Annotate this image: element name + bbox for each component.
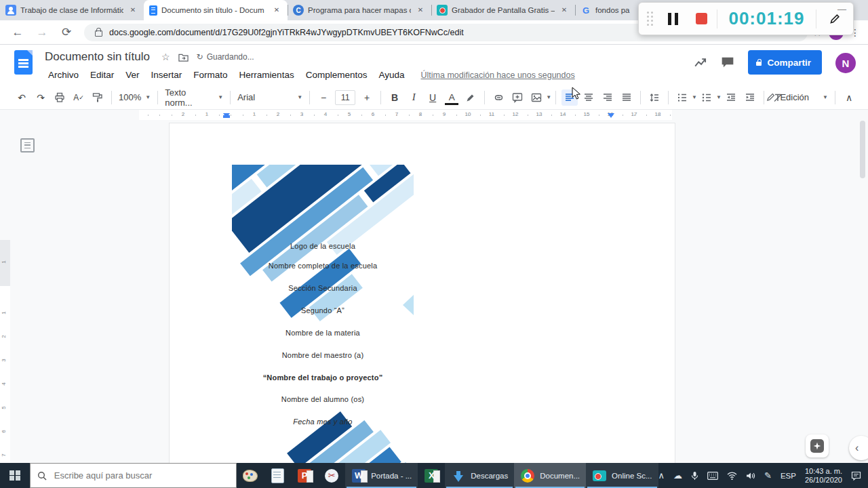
increase-indent-icon[interactable] bbox=[742, 89, 758, 106]
insert-image-icon[interactable] bbox=[528, 89, 545, 106]
hide-panel-button[interactable]: ‹ bbox=[849, 436, 868, 460]
taskbar-app-notepad[interactable] bbox=[264, 463, 291, 488]
paint-format-icon[interactable] bbox=[90, 89, 106, 106]
touch-keyboard-icon[interactable] bbox=[707, 472, 718, 480]
last-modified-link[interactable]: Última modificación hace unos segundos bbox=[420, 70, 574, 80]
align-right-icon[interactable] bbox=[599, 89, 616, 106]
search-input[interactable] bbox=[53, 470, 225, 481]
menu-insertar[interactable]: Insertar bbox=[146, 68, 187, 82]
document-page[interactable]: Logo de la escuelaNombre completo de la … bbox=[170, 123, 675, 463]
browser-tab[interactable]: CPrograma para hacer mapas c✕ bbox=[288, 0, 431, 20]
docs-avatar[interactable]: N bbox=[835, 53, 856, 73]
bold-icon[interactable]: B bbox=[387, 89, 403, 106]
reload-icon[interactable]: ⟳ bbox=[58, 24, 75, 41]
share-button[interactable]: Compartir bbox=[748, 50, 822, 75]
comments-icon[interactable] bbox=[721, 56, 734, 68]
taskbar-clock[interactable]: 10:43 a. m. 26/10/2020 bbox=[805, 467, 842, 485]
right-indent-marker[interactable] bbox=[608, 113, 614, 118]
url-text[interactable]: docs.google.com/document/d/17G29U0f2gjnY… bbox=[109, 28, 464, 37]
insert-link-icon[interactable] bbox=[490, 89, 507, 106]
browser-tab[interactable]: Documento sin título - Docum✕ bbox=[144, 0, 288, 20]
bullet-list-icon[interactable] bbox=[698, 89, 715, 106]
underline-icon[interactable]: U bbox=[425, 89, 441, 106]
taskbar-app-word[interactable]: WPortada - ... bbox=[345, 463, 418, 488]
font-size-field[interactable]: 11 bbox=[335, 90, 355, 105]
language-indicator[interactable]: ESP bbox=[781, 472, 796, 480]
redo-icon[interactable]: ↷ bbox=[33, 89, 49, 106]
line-spacing-icon[interactable] bbox=[646, 89, 663, 106]
taskbar-app-powerpoint[interactable]: P bbox=[291, 463, 318, 488]
decrease-indent-icon[interactable] bbox=[723, 89, 739, 106]
star-document-icon[interactable]: ☆ bbox=[161, 52, 170, 62]
paragraph-style-select[interactable]: Texto norm...▼ bbox=[162, 87, 226, 108]
decrease-font-icon[interactable]: − bbox=[315, 89, 332, 106]
browser-tab[interactable]: Trabajo de clase de Informátic✕ bbox=[0, 0, 144, 20]
google-docs-icon[interactable] bbox=[14, 50, 33, 75]
explore-button[interactable] bbox=[806, 434, 829, 458]
tray-chevron-icon[interactable]: ∧ bbox=[658, 470, 665, 481]
stop-button[interactable] bbox=[696, 13, 707, 24]
bullet-list-caret-icon[interactable]: ▼ bbox=[716, 94, 722, 100]
menu-editar[interactable]: Editar bbox=[85, 68, 119, 82]
taskbar-app-excel[interactable]: X bbox=[418, 463, 445, 488]
align-justify-icon[interactable] bbox=[618, 89, 635, 106]
collapse-toolbar-icon[interactable]: ∧ bbox=[841, 89, 857, 106]
font-select[interactable]: Arial▼ bbox=[235, 92, 305, 102]
minimize-icon[interactable]: — bbox=[837, 4, 846, 14]
forward-icon[interactable]: → bbox=[33, 24, 51, 41]
tab-title: Programa para hacer mapas c bbox=[308, 6, 411, 14]
align-center-icon[interactable] bbox=[580, 89, 597, 106]
stats-icon[interactable] bbox=[694, 56, 707, 68]
back-icon[interactable]: ← bbox=[9, 24, 26, 41]
left-indent-marker[interactable] bbox=[223, 113, 230, 118]
document-outline-icon[interactable] bbox=[20, 138, 35, 152]
menu-ver[interactable]: Ver bbox=[121, 68, 144, 82]
browser-tab[interactable]: Grabador de Pantalla Gratis – (✕ bbox=[431, 0, 575, 20]
spellcheck-icon[interactable]: A✓ bbox=[71, 89, 87, 106]
tab-close-icon[interactable]: ✕ bbox=[415, 5, 426, 16]
annotate-pencil-icon[interactable] bbox=[829, 13, 841, 25]
windows-ink-pen-icon[interactable]: ✎ bbox=[764, 470, 772, 481]
pause-button[interactable] bbox=[668, 13, 678, 25]
volume-icon[interactable] bbox=[746, 472, 755, 480]
move-folder-icon[interactable] bbox=[178, 53, 189, 62]
wifi-icon[interactable] bbox=[727, 472, 737, 480]
numbered-list-caret-icon[interactable]: ▼ bbox=[692, 94, 697, 100]
cover-text-line: Logo de la escuela bbox=[232, 242, 414, 250]
menu-ayuda[interactable]: Ayuda bbox=[374, 68, 409, 82]
numbered-list-icon[interactable] bbox=[674, 89, 690, 106]
saving-status[interactable]: ↻ Guardando... bbox=[197, 52, 254, 62]
taskbar-app-paint[interactable] bbox=[237, 463, 264, 488]
tab-close-icon[interactable]: ✕ bbox=[271, 5, 282, 16]
increase-font-icon[interactable]: + bbox=[359, 89, 375, 106]
menu-archivo[interactable]: Archivo bbox=[43, 68, 83, 82]
menu-herramientas[interactable]: Herramientas bbox=[235, 68, 299, 82]
notification-center-icon[interactable] bbox=[851, 471, 861, 481]
taskbar-app-screen-recorder[interactable]: Online Sc... bbox=[586, 463, 658, 488]
highlight-icon[interactable] bbox=[462, 89, 479, 106]
zoom-select[interactable]: 100%▼ bbox=[116, 92, 153, 102]
add-comment-icon[interactable] bbox=[509, 89, 526, 106]
docs-header: Documento sin título ☆ ↻ Guardando... Ar… bbox=[0, 45, 868, 85]
menu-complementos[interactable]: Complementos bbox=[301, 68, 372, 82]
taskbar-app-chrome[interactable]: Documen... bbox=[514, 463, 586, 488]
menu-formato[interactable]: Formato bbox=[189, 68, 232, 82]
document-title[interactable]: Documento sin título bbox=[45, 50, 150, 64]
onedrive-cloud-icon[interactable]: ☁ bbox=[673, 470, 682, 481]
tab-close-icon[interactable]: ✕ bbox=[127, 5, 138, 16]
taskbar-app-downloads[interactable]: Descargas bbox=[445, 463, 514, 488]
undo-icon[interactable]: ↶ bbox=[14, 89, 30, 106]
microphone-icon[interactable] bbox=[691, 471, 698, 481]
taskbar-search[interactable] bbox=[30, 463, 237, 488]
print-icon[interactable] bbox=[52, 89, 68, 106]
taskbar-app-snipping-tool[interactable]: ✂ bbox=[318, 463, 345, 488]
italic-icon[interactable]: I bbox=[406, 89, 422, 106]
insert-image-caret-icon[interactable]: ▼ bbox=[546, 94, 551, 100]
start-button[interactable] bbox=[0, 463, 30, 488]
drag-handle[interactable] bbox=[647, 12, 653, 26]
text-color-icon[interactable]: A bbox=[443, 89, 460, 106]
tab-close-icon[interactable]: ✕ bbox=[559, 5, 570, 16]
cover-page-image[interactable]: Logo de la escuelaNombre completo de la … bbox=[232, 165, 414, 463]
editing-mode-select[interactable]: Edición ▼ bbox=[763, 92, 831, 102]
scrollbar-thumb[interactable] bbox=[860, 121, 865, 178]
